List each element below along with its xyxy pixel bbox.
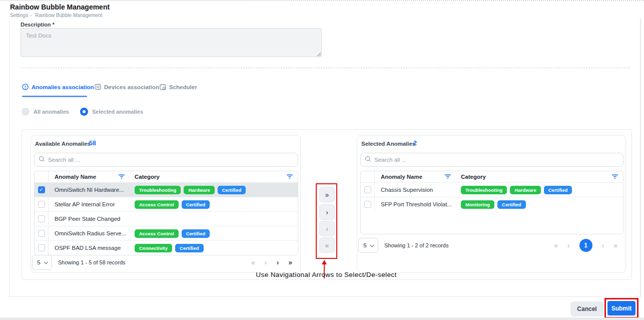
anomaly-name: OmniSwitch Radius Serve... <box>49 230 129 236</box>
table-body: Chassis SupervisionTroubleshootingHardwa… <box>361 182 623 211</box>
breadcrumb-current: Rainbow Bubble Management <box>35 13 102 18</box>
column-category: Category <box>455 174 623 180</box>
row-checkbox[interactable] <box>364 201 371 208</box>
page-size-select[interactable]: 5 <box>32 255 52 270</box>
row-checkbox-cell <box>35 226 49 240</box>
selected-search[interactable] <box>360 153 623 167</box>
page-number-active[interactable]: 1 <box>579 239 592 252</box>
filter-icon[interactable] <box>287 174 293 179</box>
anomaly-name: OmniSwitch NI Hardware... <box>49 187 129 193</box>
row-checkbox-cell <box>361 183 375 197</box>
row-checkbox-cell: ✓ <box>35 183 49 197</box>
pager-arrow[interactable]: « <box>251 258 255 266</box>
breadcrumb: Settings- Rainbow Bubble Management <box>10 13 104 18</box>
pager-arrow[interactable]: › <box>277 258 279 266</box>
tab-label: Devices association <box>104 84 159 90</box>
category-tag: Access Control <box>135 229 179 238</box>
pager-arrow[interactable]: ‹ <box>567 241 570 249</box>
radio-label: Selected anomalies <box>92 109 143 115</box>
filter-icon[interactable] <box>445 174 451 179</box>
available-pagination: 5 Showing 1 - 5 of 58 records «‹›» <box>32 255 299 270</box>
pager-arrow[interactable]: « <box>554 241 558 249</box>
alert-circle-icon <box>22 84 29 90</box>
category-tag: Certified <box>544 186 572 194</box>
annotation-box-submit: Submit <box>604 298 638 318</box>
table-row[interactable]: Chassis SupervisionTroubleshootingHardwa… <box>361 182 623 197</box>
table-row[interactable]: ✓OmniSwitch NI Hardware...Troubleshootin… <box>35 182 298 197</box>
table-row[interactable]: OmniSwitch Radius Serve...Access Control… <box>35 226 298 240</box>
submit-button[interactable]: Submit <box>607 301 635 315</box>
row-checkbox-cell <box>35 241 49 255</box>
row-checkbox-cell <box>35 197 49 211</box>
content-panel: Description * Test Docs Anomalies associ… <box>9 18 641 296</box>
row-checkbox[interactable] <box>38 230 45 237</box>
breadcrumb-separator: - <box>30 13 32 18</box>
records-summary: Showing 1 - 2 of 2 records <box>384 242 448 248</box>
chevron-down-icon <box>44 260 48 264</box>
anomaly-name: Stellar AP Internal Error <box>49 201 129 207</box>
pager-arrow[interactable]: » <box>613 241 617 249</box>
available-search[interactable] <box>34 153 298 167</box>
tab-devices-association[interactable]: Devices association <box>95 84 159 90</box>
cancel-button[interactable]: Cancel <box>570 301 603 316</box>
breadcrumb-parent[interactable]: Settings <box>10 13 28 18</box>
search-input[interactable] <box>374 157 619 163</box>
radio-selected-icon[interactable] <box>80 108 88 116</box>
row-checkbox[interactable] <box>38 244 45 251</box>
section-divider <box>21 68 630 68</box>
radio-selected-anomalies[interactable]: Selected anomalies <box>80 108 143 116</box>
chevron-down-icon <box>370 243 374 247</box>
header-checkbox-cell <box>361 171 375 182</box>
category-tags: TroubleshootingHardwareCertified <box>455 186 623 194</box>
selected-anomalies-panel: Selected Anomalies 2 Anomaly Name <box>357 135 626 273</box>
category-tag: Hardware <box>510 186 540 194</box>
available-anomalies-panel: Available Anomalies 58 Anomaly Name <box>31 135 301 273</box>
column-category: Category <box>129 174 298 180</box>
search-input[interactable] <box>48 157 294 163</box>
page-bottom-edge <box>0 317 644 320</box>
category-tag: Certified <box>175 244 204 252</box>
page-size-select[interactable]: 5 <box>358 238 378 253</box>
category-tag: Certified <box>218 186 246 194</box>
tab-scheduler[interactable]: Scheduler <box>160 84 197 90</box>
filter-icon[interactable] <box>612 174 618 179</box>
pager-arrow[interactable]: » <box>288 258 292 266</box>
tab-anomalies-association[interactable]: Anomalies association <box>22 84 94 90</box>
tab-label: Anomalies association <box>32 84 94 90</box>
column-anomaly-name: Anomaly Name <box>375 174 455 180</box>
pager-arrow[interactable]: ‹ <box>265 258 267 266</box>
search-icon <box>365 155 371 164</box>
table-row[interactable]: OSPF BAD LSA messageConnectivityCertifie… <box>35 240 298 255</box>
table-row[interactable]: SFP Port Threshold Violat...MonitoringCe… <box>361 197 623 211</box>
panel-title: Selected Anomalies <box>361 141 415 147</box>
anomaly-name: OSPF BAD LSA message <box>49 245 129 251</box>
row-checkbox[interactable] <box>38 215 45 222</box>
category-tags: MonitoringCertified <box>455 200 623 209</box>
row-checkbox[interactable] <box>38 201 45 208</box>
table-body: ✓OmniSwitch NI Hardware...Troubleshootin… <box>35 182 298 255</box>
available-table: Anomaly Name Category ✓OmniSwitch NI Har… <box>34 171 298 255</box>
header-checkbox-cell <box>35 171 49 182</box>
selected-count: 2 <box>413 140 417 147</box>
records-summary: Showing 1 - 5 of 58 records <box>58 259 126 265</box>
radio-label: All anomalies <box>34 109 69 115</box>
row-checkbox-checked[interactable]: ✓ <box>38 186 45 193</box>
footer-bar: Cancel Submit <box>9 296 641 319</box>
table-row[interactable]: Stellar AP Internal ErrorAccess ControlC… <box>35 197 298 211</box>
pager-arrow[interactable]: › <box>602 241 604 249</box>
radio-all-anomalies[interactable]: All anomalies <box>22 108 69 116</box>
description-label: Description * <box>21 22 55 28</box>
selected-table: Anomaly Name Category Chassis Supervisio… <box>360 171 623 234</box>
table-row[interactable]: BGP Peer State Changed <box>35 211 298 226</box>
filter-icon[interactable] <box>119 174 125 179</box>
category-tag: Access Control <box>135 200 179 209</box>
pager-controls: «‹›» <box>251 258 292 266</box>
category-tag: Troubleshooting <box>461 186 507 194</box>
category-tags: Access ControlCertified <box>129 200 298 209</box>
row-checkbox[interactable] <box>364 186 371 193</box>
description-textarea[interactable]: Test Docs <box>21 28 322 57</box>
category-tag: Certified <box>182 229 210 238</box>
panel-title: Available Anomalies <box>35 141 91 147</box>
app-window: Rainbow Bubble Management Settings- Rain… <box>0 0 644 320</box>
radio-unselected-icon[interactable] <box>22 108 30 116</box>
